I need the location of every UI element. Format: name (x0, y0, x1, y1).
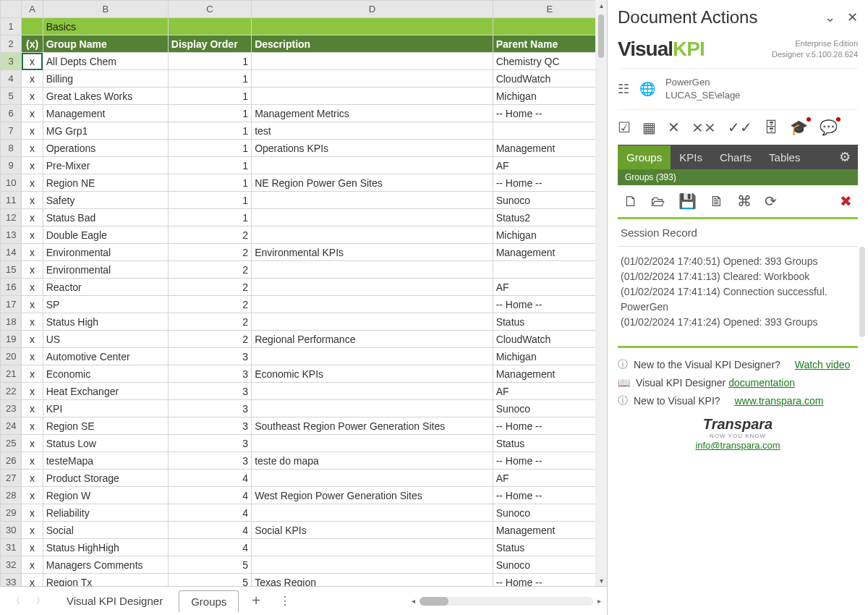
cell[interactable] (252, 539, 493, 556)
cell[interactable]: -- Home -- (493, 487, 606, 504)
cell[interactable]: Operations KPIs (252, 140, 493, 157)
approve-all-icon[interactable]: ✓✓ (728, 119, 752, 136)
row-header[interactable]: 18 (1, 313, 22, 331)
cell[interactable]: 2 (168, 226, 251, 244)
cell[interactable]: Economic (43, 365, 168, 383)
cell[interactable]: x (22, 174, 43, 192)
cell[interactable]: 1 (168, 174, 251, 192)
row-header[interactable]: 16 (1, 279, 22, 296)
cell[interactable]: Safety (43, 192, 168, 209)
cell[interactable]: 5 (168, 574, 251, 587)
cell[interactable]: Social (43, 522, 168, 539)
cell[interactable]: 1 (168, 122, 251, 140)
delete-red-icon[interactable]: ✖ (840, 192, 852, 210)
row-header[interactable]: 1 (1, 18, 22, 35)
cell[interactable]: -- Home -- (493, 417, 606, 435)
cell[interactable]: Status Low (43, 435, 168, 452)
cell[interactable] (168, 18, 251, 35)
cell[interactable]: x (22, 400, 43, 417)
new-icon[interactable]: 🗋 (624, 193, 638, 210)
cell[interactable] (252, 53, 493, 70)
cell[interactable]: x (22, 88, 43, 105)
cell[interactable]: (x) (22, 35, 43, 53)
preview-icon[interactable]: 🗎 (710, 193, 724, 210)
cell[interactable]: 2 (168, 313, 251, 331)
row-header[interactable]: 4 (1, 70, 22, 88)
cell[interactable]: Sunoco (493, 504, 606, 522)
cell[interactable]: testeMapa (43, 452, 168, 470)
cell[interactable]: Management Metrics (252, 105, 493, 122)
cell[interactable]: 1 (168, 53, 251, 70)
row-header[interactable]: 20 (1, 348, 22, 365)
transpara-link[interactable]: www.transpara.com (734, 395, 823, 407)
cell[interactable] (252, 157, 493, 174)
cell[interactable]: x (22, 522, 43, 539)
cell[interactable]: x (22, 539, 43, 556)
cell[interactable]: West Region Power Generation Sites (252, 487, 493, 504)
cell[interactable]: Sunoco (493, 556, 606, 574)
cell[interactable]: x (22, 383, 43, 400)
cell[interactable]: Management (493, 140, 606, 157)
row-header[interactable]: 27 (1, 470, 22, 487)
cell[interactable]: AF (493, 383, 606, 400)
row-header[interactable]: 10 (1, 174, 22, 192)
cell[interactable]: x (22, 226, 43, 244)
cell[interactable]: x (22, 70, 43, 88)
cell[interactable]: MG Grp1 (43, 122, 168, 140)
cell[interactable] (252, 348, 493, 365)
cell[interactable]: Environmental (43, 261, 168, 279)
cell[interactable]: Texas Region (252, 574, 493, 587)
cell[interactable]: x (22, 348, 43, 365)
cell[interactable] (252, 504, 493, 522)
cell[interactable]: Michigan (493, 348, 606, 365)
row-header[interactable]: 6 (1, 105, 22, 122)
tab-kpis[interactable]: KPIs (671, 145, 711, 169)
tab-tables[interactable]: Tables (760, 145, 809, 169)
cell[interactable] (252, 279, 493, 296)
row-header[interactable]: 17 (1, 296, 22, 313)
cell[interactable] (252, 70, 493, 88)
cell[interactable]: 1 (168, 157, 251, 174)
cell[interactable]: Great Lakes Works (43, 88, 168, 105)
cell[interactable]: x (22, 296, 43, 313)
cell[interactable]: 1 (168, 140, 251, 157)
col-header[interactable]: C (168, 1, 251, 18)
cell[interactable]: x (22, 261, 43, 279)
row-header[interactable]: 3 (1, 53, 22, 70)
scroll-down-icon[interactable]: ▾ (598, 575, 605, 586)
cell[interactable]: Social KPIs (252, 522, 493, 539)
cell[interactable]: NE Region Power Gen Sites (252, 174, 493, 192)
row-header[interactable]: 26 (1, 452, 22, 470)
cell[interactable]: -- Home -- (493, 296, 606, 313)
row-header[interactable]: 33 (1, 574, 22, 587)
cell[interactable]: Management (493, 365, 606, 383)
refresh-icon[interactable]: ⟳ (765, 192, 777, 210)
sheet-next-icon[interactable]: 〉 (30, 592, 51, 610)
cell[interactable]: 4 (168, 539, 251, 556)
col-header[interactable]: D (252, 1, 493, 18)
row-header[interactable]: 9 (1, 157, 22, 174)
cell[interactable]: Description (252, 35, 493, 53)
row-header[interactable]: 22 (1, 383, 22, 400)
row-header[interactable]: 24 (1, 417, 22, 435)
cell[interactable]: x (22, 417, 43, 435)
cell[interactable]: x (22, 556, 43, 574)
cell[interactable] (252, 261, 493, 279)
cell[interactable]: Region NE (43, 174, 168, 192)
cell[interactable]: x (22, 157, 43, 174)
cell[interactable]: 1 (168, 209, 251, 226)
settings-gear-icon[interactable]: ⚙ (832, 145, 858, 169)
delete-icon[interactable]: ✕ (668, 119, 680, 136)
row-header[interactable]: 28 (1, 487, 22, 504)
row-header[interactable]: 30 (1, 522, 22, 539)
add-sheet-icon[interactable]: + (243, 593, 269, 609)
cell[interactable] (252, 313, 493, 331)
cell[interactable]: x (22, 504, 43, 522)
grid-icon[interactable]: ▦ (642, 119, 656, 136)
cell[interactable]: CloudWatch (493, 331, 606, 348)
cell[interactable]: x (22, 435, 43, 452)
hscroll-right-icon[interactable]: ▸ (597, 597, 601, 605)
cell[interactable]: x (22, 313, 43, 331)
cell[interactable]: KPI (43, 400, 168, 417)
cell[interactable] (22, 18, 43, 35)
